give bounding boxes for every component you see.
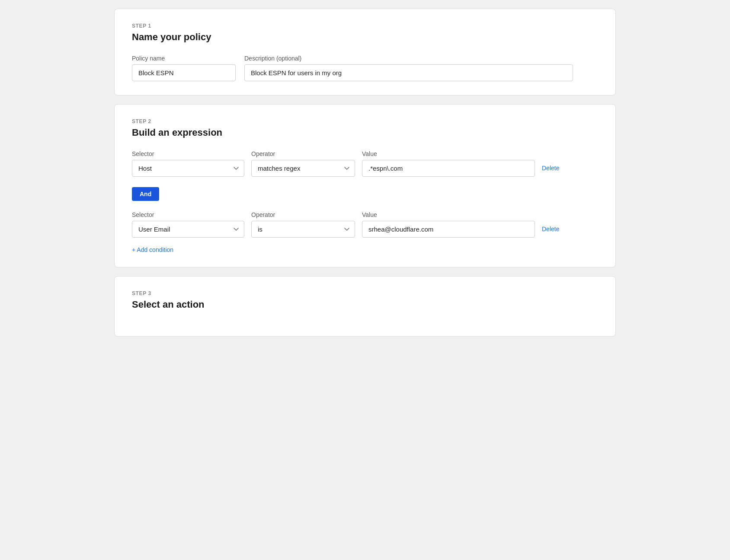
step1-card: STEP 1 Name your policy Policy name Desc… (114, 9, 616, 95)
expression-row-2: Selector User Email Operator is Value De… (132, 211, 598, 238)
step1-label: STEP 1 (132, 23, 598, 29)
row2-operator-label: Operator (251, 211, 355, 218)
policy-name-label: Policy name (132, 55, 236, 62)
step3-title: Select an action (132, 299, 598, 310)
row1-value-label: Value (362, 150, 535, 157)
policy-name-group: Policy name (132, 55, 236, 81)
row1-operator-select[interactable]: matches regex (251, 160, 355, 177)
step2-title: Build an expression (132, 127, 598, 138)
row1-selector-label: Selector (132, 150, 244, 157)
description-group: Description (optional) (244, 55, 573, 81)
row1-selector-group: Selector Host (132, 150, 244, 177)
expression-row-1: Selector Host Operator matches regex Val… (132, 150, 598, 177)
row1-value-input[interactable] (362, 160, 535, 177)
and-button[interactable]: And (132, 187, 159, 201)
row1-operator-label: Operator (251, 150, 355, 157)
description-label: Description (optional) (244, 55, 573, 62)
step2-card: STEP 2 Build an expression Selector Host… (114, 104, 616, 267)
step2-label: STEP 2 (132, 118, 598, 124)
description-input[interactable] (244, 64, 573, 81)
step1-form-row: Policy name Description (optional) (132, 55, 598, 81)
row2-value-group: Value (362, 211, 535, 238)
row2-selector-group: Selector User Email (132, 211, 244, 238)
row2-value-label: Value (362, 211, 535, 218)
row2-value-input[interactable] (362, 221, 535, 238)
row2-selector-label: Selector (132, 211, 244, 218)
row2-operator-select[interactable]: is (251, 221, 355, 238)
policy-name-input[interactable] (132, 64, 236, 81)
row2-operator-group: Operator is (251, 211, 355, 238)
row1-selector-select[interactable]: Host (132, 160, 244, 177)
step1-title: Name your policy (132, 32, 598, 43)
add-condition-link[interactable]: + Add condition (132, 246, 173, 253)
row2-selector-select[interactable]: User Email (132, 221, 244, 238)
row1-delete-link[interactable]: Delete (542, 165, 559, 177)
step3-label: STEP 3 (132, 290, 598, 296)
row2-delete-link[interactable]: Delete (542, 226, 559, 238)
row1-operator-group: Operator matches regex (251, 150, 355, 177)
page-container: STEP 1 Name your policy Policy name Desc… (114, 9, 616, 337)
step3-card: STEP 3 Select an action (114, 276, 616, 337)
row1-value-group: Value (362, 150, 535, 177)
